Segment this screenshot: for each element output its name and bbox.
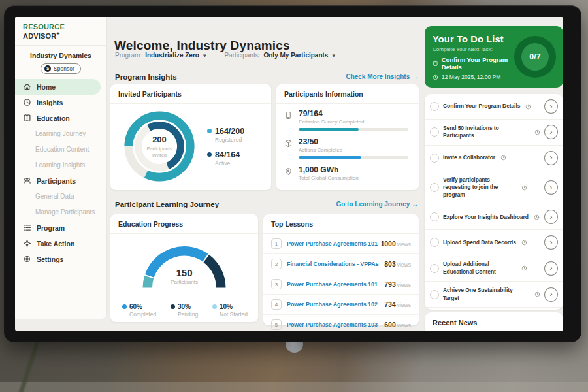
pinfo-row-consumption: 1,000 GWh Total Global Consumption — [276, 160, 419, 186]
lesson-link[interactable]: Power Purchase Agreements 101 — [287, 281, 384, 287]
checkbox-circle[interactable] — [430, 183, 439, 192]
sidebar-item-general-data[interactable]: General Data — [15, 189, 106, 204]
donut-center-value: 200 — [152, 135, 167, 144]
home-icon — [23, 82, 31, 91]
sidebar-item-education[interactable]: Education — [15, 110, 106, 126]
views-label: views — [397, 261, 411, 268]
sidebar-item-insights[interactable]: Insights — [15, 95, 106, 110]
todo-next-task-label: Confirm Your Program Details — [442, 56, 519, 71]
lesson-row[interactable]: 1 Power Purchase Agreements 101 1000view… — [263, 234, 419, 254]
sidebar-item-label: Participants — [37, 177, 76, 185]
sidebar-item-home[interactable]: Home — [15, 79, 101, 95]
todo-due-label: 12 May 2025, 12:00 PM — [442, 74, 500, 80]
lesson-row[interactable]: 3 Power Purchase Agreements 101 793views — [263, 274, 419, 295]
todo-item-label: Explore Your Insights Dashboard — [443, 214, 529, 221]
lesson-views: 600 — [384, 321, 396, 329]
views-label: views — [397, 282, 411, 288]
chevron-right-button[interactable]: › — [544, 210, 558, 224]
chevron-down-icon: ▾ — [203, 52, 206, 59]
sidebar-item-participants[interactable]: Participants — [15, 173, 106, 189]
todo-item[interactable]: Explore Your Insights Dashboard › — [425, 204, 563, 230]
legend-label: Pending — [178, 311, 198, 318]
pinfo-value: 79/164 — [299, 109, 408, 118]
sidebar-item-label: Take Action — [37, 240, 74, 248]
settings-icon — [23, 255, 31, 263]
lesson-rank: 2 — [271, 259, 282, 269]
actions-progress-bar — [299, 156, 408, 159]
checkbox-circle[interactable] — [430, 238, 439, 247]
sidebar-item-learning-journey[interactable]: Learning Journey — [15, 126, 106, 142]
sidebar-item-take-action[interactable]: Take Action — [15, 236, 106, 252]
checkbox-circle[interactable] — [430, 264, 439, 273]
check-more-insights-link[interactable]: Check More Insights → — [346, 73, 418, 80]
checkbox-circle[interactable] — [430, 102, 439, 111]
todo-item[interactable]: Complete Your Learning Journey › — [425, 308, 563, 310]
todo-item[interactable]: Send 50 Invitations to Participants › — [425, 120, 563, 146]
todo-item[interactable]: Verify participants requesting to join t… — [425, 171, 563, 204]
participants-filter-dropdown[interactable]: Participants: Only My Participants ▾ — [224, 52, 335, 59]
clock-icon — [521, 265, 527, 271]
todo-item[interactable]: Achieve One Sustainability Target › — [425, 282, 563, 308]
checkbox-circle[interactable] — [430, 212, 439, 221]
sidebar-item-program[interactable]: Program — [15, 220, 106, 236]
sidebar-item-settings[interactable]: Settings — [15, 252, 106, 267]
checkbox-circle[interactable] — [430, 290, 439, 299]
lesson-link[interactable]: Power Purchase Agreements 103 — [287, 321, 384, 328]
todo-item-label: Confirm Your Program Details — [443, 103, 520, 110]
legend-pct: 30% — [178, 303, 191, 310]
lesson-link[interactable]: Financial Considerations - VPPAs — [287, 261, 384, 267]
pinfo-row-actions: 23/50 Actions Completed — [276, 132, 419, 160]
chevron-right-button[interactable]: › — [544, 261, 558, 276]
legend-label: Active — [215, 160, 244, 167]
todo-item-label: Verify participants requesting to join t… — [443, 176, 516, 199]
clock-icon — [521, 240, 527, 246]
legend-dot-pending — [171, 304, 175, 309]
brand-primary: RESOURCE — [23, 23, 65, 31]
chevron-right-button[interactable]: › — [544, 125, 558, 139]
views-label: views — [397, 302, 411, 308]
card-title: Top Lessons — [263, 214, 419, 234]
lesson-row[interactable]: 2 Financial Considerations - VPPAs 803vi… — [263, 254, 419, 274]
go-to-learning-journey-link[interactable]: Go to Learning Journey → — [336, 201, 418, 208]
insights-icon — [23, 98, 31, 106]
todo-item[interactable]: Upload Spend Data Records › — [425, 230, 563, 255]
program-filter-dropdown[interactable]: Program: Industrialize Zero ▾ — [115, 52, 206, 59]
pinfo-row-survey: 79/164 Emission Survey Completed — [276, 104, 419, 132]
lesson-link[interactable]: Power Purchase Agreements 101 — [287, 240, 380, 247]
brand-secondary: ADVISOR — [23, 32, 57, 40]
sidebar-item-education-content[interactable]: Education Content — [15, 142, 106, 157]
lesson-row[interactable]: 5 Power Purchase Agreements 103 600views — [263, 315, 419, 331]
pinfo-label: Emission Survey Completed — [299, 119, 408, 125]
program-filter-value: Industrialize Zero — [145, 52, 199, 59]
todo-item[interactable]: Confirm Your Program Details › — [425, 94, 563, 120]
todo-next-task: Confirm Your Program Details — [425, 52, 519, 71]
clipboard-icon — [433, 60, 438, 67]
sidebar-item-learning-insights[interactable]: Learning Insights — [15, 157, 106, 173]
gauge-legend: 60% Completed 30% Pending 10% Not Starte… — [110, 301, 258, 318]
todo-item[interactable]: Invite a Collaborator › — [425, 146, 563, 171]
card-title: Education Progress — [110, 214, 258, 234]
checkbox-circle[interactable] — [430, 154, 439, 163]
education-icon — [23, 114, 31, 122]
sponsor-label: Sponsor — [54, 65, 74, 72]
chevron-right-button[interactable]: › — [544, 151, 558, 165]
legend-label: Completed — [129, 311, 156, 318]
sponsor-badge[interactable]: S Sponsor — [41, 63, 81, 74]
todo-item[interactable]: Upload Additional Educational Content › — [425, 255, 563, 282]
sidebar-item-label: Settings — [37, 255, 63, 263]
sidebar-item-label: Home — [37, 83, 56, 91]
legend-pct: 10% — [220, 303, 233, 310]
chevron-right-button[interactable]: › — [544, 235, 558, 250]
legend-dot-registered — [207, 129, 212, 133]
checkbox-circle[interactable] — [430, 127, 439, 137]
lesson-row[interactable]: 4 Power Purchase Agreements 102 734views — [263, 295, 419, 315]
chevron-right-button[interactable]: › — [544, 180, 558, 195]
sidebar-item-manage-participants[interactable]: Manage Participants — [15, 204, 106, 220]
chevron-right-button[interactable]: › — [544, 287, 558, 302]
chevron-right-button[interactable]: › — [544, 99, 558, 114]
invited-participants-card: Invited Participants 200 Participants In… — [110, 84, 271, 190]
card-title: Invited Participants — [110, 84, 271, 104]
lesson-link[interactable]: Power Purchase Agreements 102 — [287, 301, 384, 308]
lesson-rank: 5 — [271, 319, 282, 330]
lesson-views: 803 — [384, 260, 396, 268]
